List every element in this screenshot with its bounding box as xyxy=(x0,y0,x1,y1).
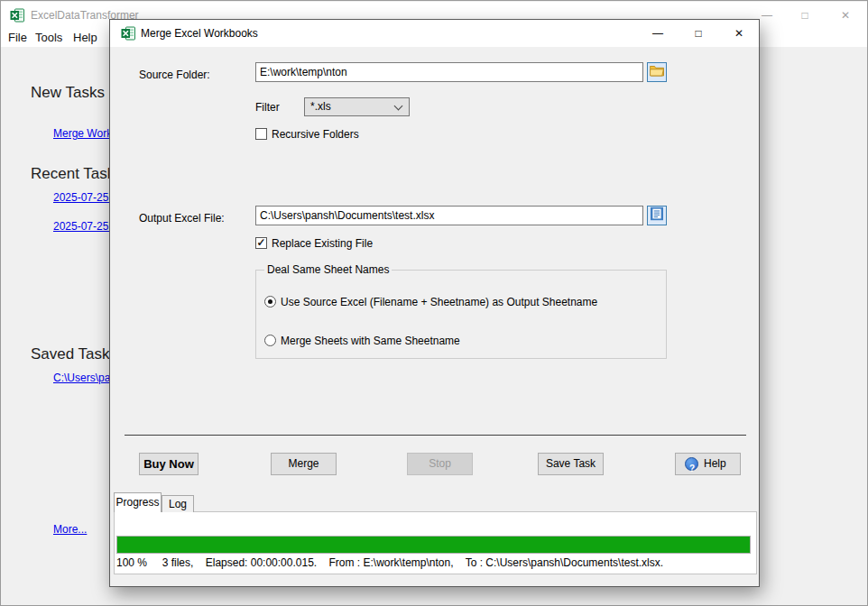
recursive-folders-checkbox[interactable] xyxy=(255,128,267,140)
group-title: Deal Same Sheet Names xyxy=(264,263,392,276)
save-task-button[interactable]: Save Task xyxy=(538,453,604,475)
recursive-folders-label: Recursive Folders xyxy=(272,128,359,141)
buy-now-button[interactable]: Buy Now xyxy=(139,453,199,475)
help-button[interactable]: Help xyxy=(675,453,741,475)
merge-excel-workbooks-dialog: Merge Excel Workbooks — □ ✕ Source Folde… xyxy=(109,19,760,587)
saved-tasks-heading: Saved Tasks xyxy=(31,345,117,363)
dialog-close-button[interactable]: ✕ xyxy=(721,20,757,48)
more-link[interactable]: More... xyxy=(53,523,87,536)
help-icon xyxy=(685,457,698,471)
chevron-down-icon xyxy=(394,102,403,111)
button-divider xyxy=(125,435,746,436)
browse-output-file-button[interactable] xyxy=(647,206,667,225)
use-source-sheetname-label: Use Source Excel (Filename + Sheetname) … xyxy=(281,296,597,308)
dialog-title: Merge Excel Workbooks xyxy=(141,20,258,47)
excel-dialog-icon xyxy=(121,26,135,41)
new-tasks-heading: New Tasks xyxy=(31,84,105,102)
source-folder-label: Source Folder: xyxy=(139,69,210,81)
progress-bar-fill xyxy=(117,537,750,553)
menu-tools[interactable]: Tools xyxy=(35,30,62,47)
recent-tasks-heading: Recent Task xyxy=(31,165,115,183)
recent-task-link-1[interactable]: 2025-07-25 1 xyxy=(53,191,117,204)
source-folder-input[interactable] xyxy=(255,62,643,82)
replace-existing-file-label: Replace Existing File xyxy=(272,237,373,250)
dialog-title-bar: Merge Excel Workbooks — □ ✕ xyxy=(110,20,759,47)
filter-label: Filter xyxy=(255,101,280,114)
menu-file[interactable]: File xyxy=(8,30,27,47)
merge-button[interactable]: Merge xyxy=(271,453,337,475)
filter-dropdown[interactable]: *.xls xyxy=(304,97,410,116)
excel-app-icon xyxy=(10,8,24,23)
dialog-maximize-button[interactable]: □ xyxy=(680,20,716,48)
tab-progress[interactable]: Progress xyxy=(114,492,162,512)
help-button-label: Help xyxy=(704,457,726,470)
browse-source-folder-button[interactable] xyxy=(647,62,667,82)
main-window: ExcelDataTransformer — □ ✕ File Tools He… xyxy=(0,0,868,606)
menu-help[interactable]: Help xyxy=(73,30,97,47)
folder-icon xyxy=(650,64,664,80)
deal-same-sheet-names-group: Deal Same Sheet Names Use Source Excel (… xyxy=(255,270,667,359)
main-close-button[interactable]: ✕ xyxy=(827,2,863,30)
output-excel-file-input[interactable] xyxy=(255,206,643,225)
progress-status-text: 100 % 3 files, Elapsed: 00:00:00.015. Fr… xyxy=(116,556,663,569)
use-source-sheetname-radio[interactable] xyxy=(264,296,276,308)
replace-existing-file-checkbox[interactable] xyxy=(255,237,267,249)
merge-same-sheetname-label: Merge Sheets with Same Sheetname xyxy=(281,335,460,347)
stop-button[interactable]: Stop xyxy=(407,453,473,475)
recent-task-link-2[interactable]: 2025-07-25 1 xyxy=(53,220,117,233)
merge-workbooks-link[interactable]: Merge Work xyxy=(53,127,112,140)
document-icon xyxy=(650,207,664,225)
merge-same-sheetname-radio[interactable] xyxy=(264,335,276,346)
dialog-minimize-button[interactable]: — xyxy=(640,20,676,48)
main-maximize-button[interactable]: □ xyxy=(787,2,823,30)
output-excel-file-label: Output Excel File: xyxy=(139,212,225,225)
saved-task-link[interactable]: C:\Users\pa xyxy=(53,372,110,384)
tab-log[interactable]: Log xyxy=(162,495,194,512)
progress-tab-page: 100 % 3 files, Elapsed: 00:00:00.015. Fr… xyxy=(114,511,757,574)
filter-selected-value: *.xls xyxy=(310,100,331,113)
progress-bar xyxy=(116,536,751,554)
